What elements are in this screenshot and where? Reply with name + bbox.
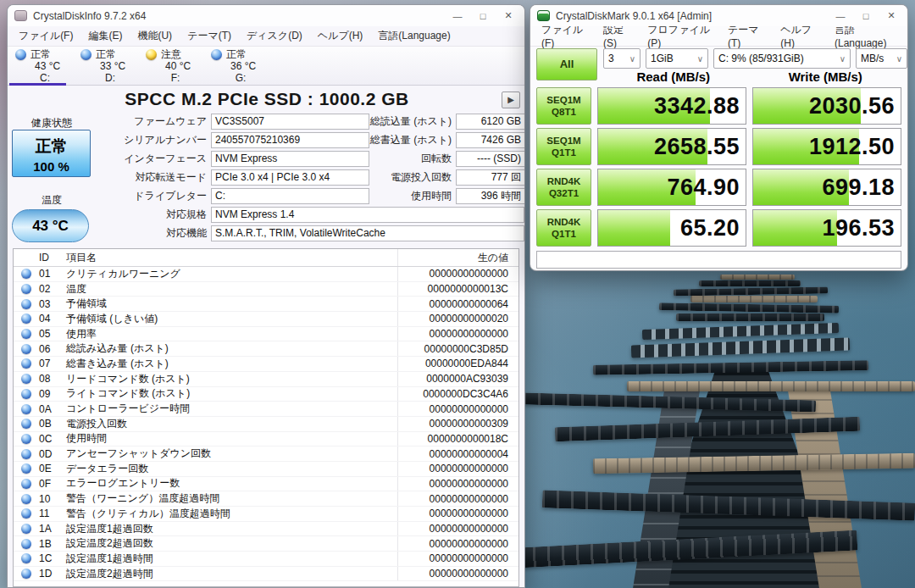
field-value: NVM Express 1.4 <box>211 207 524 223</box>
cdi-maximize-button[interactable]: □ <box>470 5 496 26</box>
cdi-menu-bar: ファイル(F)編集(E)機能(U)テーマ(T)ディスク(D)ヘルプ(H)言語(L… <box>8 26 524 47</box>
smart-row[interactable]: 01 クリティカルワーニング 00000000000000 <box>14 267 518 282</box>
field-value: ---- (SSD) <box>456 151 525 167</box>
read-header: Read (MB/s) <box>597 69 750 84</box>
cdi-title-bar[interactable]: CrystalDiskInfo 9.7.2 x64 — □ ✕ <box>8 5 524 26</box>
smart-row[interactable]: 08 リードコマンド数 (ホスト) 0000000AC93039 <box>14 372 518 387</box>
device-field-row: シリアルナンバー 240557075210369 <box>8 132 369 148</box>
smart-raw-value: 00000000000000 <box>398 403 518 415</box>
smart-name: 設定温度1超過回数 <box>66 522 398 536</box>
disk-tab[interactable]: 正常 36 °C G: <box>205 47 270 85</box>
smart-raw-value: 00000000000000 <box>398 523 518 535</box>
smart-status-orb-icon <box>21 374 31 384</box>
smart-status-orb-icon <box>21 313 31 324</box>
target-drive-select[interactable]: C: 9% (85/931GiB) ∨ <box>713 48 851 69</box>
device-field-row: 対応機能 S.M.A.R.T., TRIM, VolatileWriteCach… <box>8 225 524 241</box>
write-header: Write (MB/s) <box>750 69 902 84</box>
smart-name: 設定温度2超過回数 <box>66 536 398 551</box>
smart-status-orb-icon <box>21 344 31 354</box>
cdi-menu-item[interactable]: 言語(Language) <box>370 26 458 46</box>
field-label: 総読込量 (ホスト) <box>364 114 456 129</box>
smart-row[interactable]: 05 使用率 00000000000000 <box>14 327 518 342</box>
smart-row[interactable]: 0D アンセーフシャットダウン回数 00000000000004 <box>14 447 518 462</box>
cdi-minimize-button[interactable]: — <box>445 5 470 26</box>
smart-row[interactable]: 1A 設定温度1超過回数 00000000000000 <box>14 522 518 537</box>
comment-input[interactable] <box>536 251 901 269</box>
disk-tab-drive: F: <box>146 73 205 84</box>
device-field-row: 対応転送モード PCIe 3.0 x4 | PCIe 3.0 x4 <box>8 169 369 186</box>
test-type-button[interactable]: SEQ1M Q8T1 <box>536 87 591 125</box>
smart-id: 0D <box>39 448 66 460</box>
disk-tab[interactable]: 正常 33 °C D: <box>75 47 140 85</box>
smart-row[interactable]: 09 ライトコマンド数 (ホスト) 0000000DC3C4A6 <box>14 387 518 402</box>
test-size-select[interactable]: 1GiB ∨ <box>646 48 708 69</box>
disk-tab[interactable]: 正常 43 °C C: <box>9 47 75 85</box>
cdi-menu-item[interactable]: 機能(U) <box>130 26 180 46</box>
test-type-button[interactable]: RND4K Q1T1 <box>536 209 591 247</box>
smart-id: 1B <box>39 538 66 550</box>
crystaldiskmark-window: CrystalDiskMark 9.0.1 x64 [Admin] — □ ✕ … <box>530 4 908 271</box>
smart-row[interactable]: 03 予備領域 00000000000064 <box>14 297 518 312</box>
disk-status-orb-icon <box>15 49 26 60</box>
test-queue-thread: Q1T1 <box>537 147 591 158</box>
test-type-button[interactable]: SEQ1M Q1T1 <box>536 128 591 165</box>
cdi-close-button[interactable]: ✕ <box>496 5 521 26</box>
smart-status-orb-icon <box>21 358 31 369</box>
smart-row[interactable]: 0F エラーログエントリー数 00000000000000 <box>14 477 518 492</box>
smart-raw-value: 00000000000004 <box>398 448 518 460</box>
cdi-menu-item[interactable]: テーマ(T) <box>180 26 239 46</box>
cdi-menu-item[interactable]: 編集(E) <box>80 26 130 46</box>
smart-row[interactable]: 02 温度 0000000000013C <box>14 282 518 297</box>
test-name: RND4K <box>537 217 591 227</box>
disk-tab-drive: C: <box>15 73 75 84</box>
field-value: VC3S5007 <box>211 114 369 130</box>
run-all-button[interactable]: All <box>536 48 597 80</box>
smart-row[interactable]: 0C 使用時間 0000000000018C <box>14 432 518 447</box>
cdm-maximize-button[interactable]: □ <box>853 5 879 26</box>
write-score-cell: 1912.50 <box>752 128 901 165</box>
play-icon: ▶ <box>507 95 514 104</box>
cdi-menu-item[interactable]: ディスク(D) <box>239 26 310 46</box>
smart-status-orb-icon <box>21 508 31 519</box>
smart-raw-value: 00000000C3D85D <box>398 343 518 355</box>
smart-status-orb-icon <box>21 463 31 474</box>
cdm-menu-bar: ファイル(F)設定(S)プロファイル(P)テーマ(T)ヘルプ(H)言語(Lang… <box>530 26 907 47</box>
smart-row[interactable]: 06 総読み込み量 (ホスト) 00000000C3D85D <box>14 341 518 357</box>
field-label: 対応機能 <box>8 226 211 241</box>
smart-row[interactable]: 1B 設定温度2超過回数 00000000000000 <box>14 536 518 552</box>
smart-row[interactable]: 1C 設定温度1超過時間 00000000000000 <box>14 552 518 567</box>
disk-tab-temp: 40 °C <box>165 61 205 72</box>
cdm-minimize-button[interactable]: — <box>828 5 853 26</box>
cdi-menu-item[interactable]: ヘルプ(H) <box>310 26 371 46</box>
smart-id: 07 <box>39 358 66 369</box>
smart-row[interactable]: 0A コントローラービジー時間 00000000000000 <box>14 402 518 417</box>
smart-row[interactable]: 0B 電源投入回数 00000000000309 <box>14 417 518 432</box>
test-type-button[interactable]: RND4K Q32T1 <box>536 169 591 206</box>
smart-name: アンセーフシャットダウン回数 <box>66 447 398 461</box>
smart-name: クリティカルワーニング <box>66 267 398 281</box>
read-score-bar <box>598 210 670 246</box>
smart-name: 警告（ワーニング）温度超過時間 <box>66 491 398 506</box>
smart-name: ライトコマンド数 (ホスト) <box>66 387 398 402</box>
cdm-title-bar[interactable]: CrystalDiskMark 9.0.1 x64 [Admin] — □ ✕ <box>530 5 907 26</box>
smart-row[interactable]: 1D 設定温度2超過時間 00000000000000 <box>14 567 518 582</box>
smart-name: 使用時間 <box>66 432 398 447</box>
smart-row[interactable]: 11 警告（クリティカル）温度超過時間 00000000000000 <box>14 507 518 522</box>
smart-id: 0A <box>39 403 66 415</box>
smart-row[interactable]: 0E データエラー回数 00000000000000 <box>14 462 518 477</box>
smart-row[interactable]: 07 総書き込み量 (ホスト) 00000000EDA844 <box>14 357 518 372</box>
smart-row[interactable]: 04 予備領域 (しきい値) 00000000000020 <box>14 312 518 327</box>
smart-status-orb-icon <box>21 269 31 279</box>
test-count-select[interactable]: 3 ∨ <box>603 48 640 69</box>
next-disk-button[interactable]: ▶ <box>502 92 520 108</box>
unit-select[interactable]: MB/s ∨ <box>856 48 907 69</box>
cdi-menu-item[interactable]: ファイル(F) <box>11 26 80 46</box>
smart-name: リードコマンド数 (ホスト) <box>66 372 398 386</box>
device-fields-left: ファームウェア VC3S5007 シリアルナンバー 24055707521036… <box>8 114 369 207</box>
smart-row[interactable]: 10 警告（ワーニング）温度超過時間 00000000000000 <box>14 491 518 507</box>
disk-tab-temp: 43 °C <box>35 61 75 72</box>
cdm-close-button[interactable]: ✕ <box>879 5 904 26</box>
disk-tab[interactable]: 注意 40 °C F: <box>140 47 205 85</box>
field-value: NVM Express <box>211 151 369 167</box>
smart-raw-value: 00000000000000 <box>398 268 518 280</box>
